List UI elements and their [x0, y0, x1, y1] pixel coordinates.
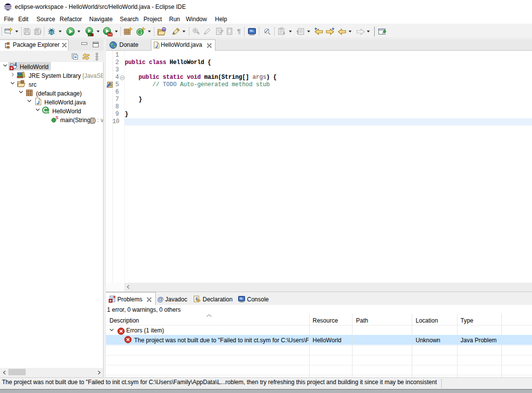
svg-text:S: S — [56, 116, 59, 120]
svg-text:J: J — [14, 62, 17, 67]
